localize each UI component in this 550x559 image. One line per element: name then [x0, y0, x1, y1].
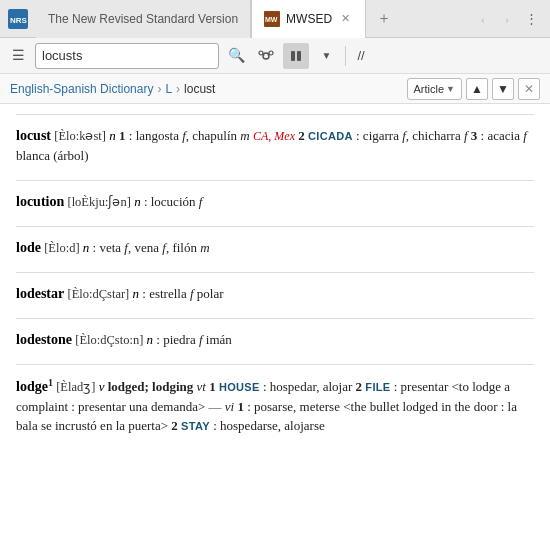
svg-point-6	[269, 51, 273, 55]
headword-lodestar: lodestar	[16, 286, 64, 301]
gender-f1: f	[179, 128, 186, 143]
entry-lodestone: lodestone [Èlo:dÇsto:n] n : piedra f imá…	[16, 318, 534, 350]
gender-lodestone-f: f	[196, 332, 203, 347]
gender-m1: m	[237, 128, 250, 143]
toolbar-separator	[345, 46, 346, 66]
search-icon[interactable]: 🔍	[223, 43, 249, 69]
vi-sense-2-num: 2	[171, 418, 178, 433]
svg-line-8	[268, 54, 269, 55]
breadcrumb: English-Spanish Dictionary › L › locust …	[0, 74, 550, 104]
titlebar: NRS The New Revised Standard Version MW …	[0, 0, 550, 38]
tab-inactive[interactable]: The New Revised Standard Version	[36, 0, 251, 38]
dropdown-arrow-icon[interactable]: ▼	[313, 43, 339, 69]
gender-lode-f2: f	[159, 240, 166, 255]
inactive-tab-label: The New Revised Standard Version	[48, 12, 238, 26]
region-ca-mex: CA, Mex	[253, 129, 295, 143]
pause-icon[interactable]	[283, 43, 309, 69]
svg-point-5	[259, 51, 263, 55]
back-button[interactable]: ‹	[472, 8, 494, 30]
sense-num-1: 1	[119, 128, 126, 143]
gender-lode-m: m	[197, 240, 210, 255]
pos-locust: n	[109, 128, 116, 143]
xref-stay: STAY	[181, 420, 210, 432]
dictionary-content: locust [Èlo:kəst] n 1 : langosta f, chap…	[0, 104, 550, 555]
window-nav-buttons: ‹ › ⋮	[472, 8, 550, 30]
headword-lode: lode	[16, 240, 41, 255]
breadcrumb-current: locust	[184, 82, 215, 96]
tab-active[interactable]: MW MWSED ✕	[251, 0, 366, 38]
more-button[interactable]: ⋮	[520, 8, 542, 30]
vi-label: vi	[225, 399, 234, 414]
search-box	[35, 43, 219, 69]
def-lode: : veta f, vena f, filón m	[93, 240, 210, 255]
article-dropdown-button[interactable]: Article ▼	[407, 78, 462, 100]
xref-file: FILE	[365, 381, 390, 393]
headword-lodestone: lodestone	[16, 332, 72, 347]
gender-lode-f1: f	[121, 240, 128, 255]
pos-lodestone: n	[147, 332, 154, 347]
vt-sense-1-num: 1	[209, 379, 216, 394]
search-input[interactable]	[42, 48, 212, 63]
headword-locution: locution	[16, 194, 64, 209]
def-lodestar: : estrella f polar	[142, 286, 223, 301]
xref-house: HOUSE	[219, 381, 260, 393]
close-button[interactable]: ✕	[518, 78, 540, 100]
vt-colon-1: :	[263, 379, 270, 394]
svg-point-4	[263, 53, 269, 59]
ipa-lode: [Èlo:d]	[44, 241, 79, 255]
menu-icon[interactable]: ☰	[6, 43, 31, 68]
breadcrumb-sep2: ›	[176, 82, 180, 96]
sense-num-3: 3	[471, 128, 478, 143]
breadcrumb-level2[interactable]: L	[165, 82, 172, 96]
vt-label: vt	[197, 379, 206, 394]
ipa-locution: [loÈkju:ʃən]	[67, 195, 130, 209]
entry-locution: locution [loÈkju:ʃən] n : locución f	[16, 180, 534, 212]
headword-locust: locust	[16, 128, 51, 143]
svg-rect-9	[291, 51, 295, 61]
gender-locution-f: f	[196, 194, 203, 209]
scroll-down-button[interactable]: ▼	[492, 78, 514, 100]
headword-lodge1: lodge	[16, 379, 48, 394]
active-tab-label: MWSED	[286, 12, 332, 26]
network-icon[interactable]	[253, 43, 279, 69]
pos-lodge1: v	[99, 379, 105, 394]
ipa-locust: [Èlo:kəst]	[54, 129, 106, 143]
svg-text:NRS: NRS	[10, 16, 28, 25]
entry-lodestar: lodestar [Èlo:dÇstar] n : estrella f pol…	[16, 272, 534, 304]
svg-text:MW: MW	[265, 16, 278, 23]
gender-f3: f	[461, 128, 468, 143]
colon-1: :	[129, 128, 136, 143]
new-tab-button[interactable]: +	[370, 7, 398, 31]
article-arrow-icon: ▼	[446, 84, 455, 94]
xref-cicada: CICADA	[308, 130, 353, 142]
parallel-button[interactable]: //	[352, 45, 369, 66]
svg-rect-10	[297, 51, 301, 61]
svg-line-7	[264, 54, 265, 55]
entry-locust: locust [Èlo:kəst] n 1 : langosta f, chap…	[16, 114, 534, 166]
pos-lode: n	[83, 240, 90, 255]
vi-sense-1-num: 1	[237, 399, 244, 414]
ipa-lodge1: [Èladʒ]	[56, 380, 95, 394]
breadcrumb-controls: Article ▼ ▲ ▼ ✕	[407, 78, 540, 100]
entry-lode: lode [Èlo:d] n : veta f, vena f, filón m	[16, 226, 534, 258]
ipa-lodestar: [Èlo:dÇstar]	[67, 287, 129, 301]
pos-lodestar: n	[133, 286, 140, 301]
vi-colon-1: :	[247, 399, 254, 414]
colon-3: :	[481, 128, 488, 143]
def-locution: : locución f	[144, 194, 203, 209]
toolbar: ☰ 🔍 ▼ //	[0, 38, 550, 74]
vt-sense-2-num: 2	[356, 379, 363, 394]
forward-button[interactable]: ›	[496, 8, 518, 30]
gender-f2: f	[399, 128, 406, 143]
entry-lodge1: lodge1 [Èladʒ] v lodged; lodging vt 1 HO…	[16, 364, 534, 436]
window-icon: NRS	[0, 0, 36, 38]
ipa-lodestone: [Èlo:dÇsto:n]	[75, 333, 143, 347]
breadcrumb-sep1: ›	[157, 82, 161, 96]
scroll-up-button[interactable]: ▲	[466, 78, 488, 100]
tab-close-button[interactable]: ✕	[338, 11, 353, 26]
breadcrumb-home[interactable]: English-Spanish Dictionary	[10, 82, 153, 96]
gender-f4: f	[520, 128, 527, 143]
conjugation-lodge1: lodged; lodging	[108, 379, 194, 394]
def-lodestone: : piedra f imán	[156, 332, 231, 347]
gender-lodestar-f: f	[187, 286, 194, 301]
